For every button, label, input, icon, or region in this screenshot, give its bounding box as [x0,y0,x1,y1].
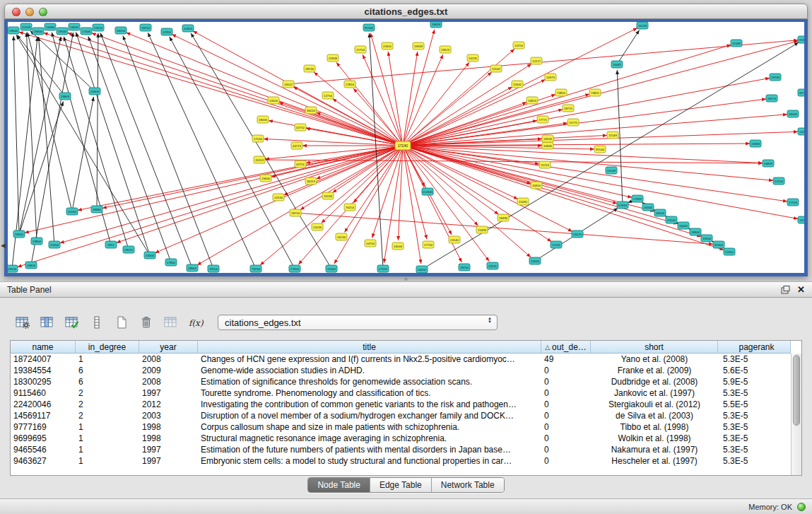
delete-table-icon[interactable] [135,313,157,332]
graph-node[interactable]: 18496 [498,214,509,221]
graph-node[interactable]: 15642 [512,81,523,88]
graph-node[interactable]: 14154 [798,128,804,135]
graph-node[interactable]: 92450 [713,241,724,248]
graph-node[interactable]: 15149 [606,167,617,174]
column-header-year[interactable]: year [139,341,198,354]
graph-node[interactable]: 12754 [322,92,334,99]
graph-node[interactable]: 11548 [731,40,742,47]
graph-node[interactable]: 22608 [327,54,339,62]
graph-node[interactable]: 16074 [572,230,583,238]
graph-node[interactable]: 36113 [305,177,317,185]
graph-node[interactable]: 67919 [617,201,628,209]
graph-node[interactable]: 16444 [678,222,689,229]
graph-node[interactable]: 15775 [567,119,579,126]
graph-node[interactable]: 74850 [555,89,567,96]
graph-node[interactable]: 17554 [377,265,389,272]
graph-node[interactable]: 20603 [89,88,100,95]
graph-node[interactable]: 12254 [513,42,524,49]
graph-node[interactable]: 19644 [8,27,19,34]
graph-node[interactable]: 16139 [637,22,648,29]
import-table-icon[interactable] [160,313,182,332]
graph-node[interactable]: 16235 [467,54,478,62]
graph-node[interactable]: 74851 [589,89,601,96]
graph-node[interactable]: 12534 [273,194,284,201]
graph-node[interactable]: 30014 [305,107,317,114]
graph-node[interactable]: 16774 [798,216,804,223]
column-header-name[interactable]: name [11,341,76,354]
graph-node[interactable]: 10234 [312,223,323,230]
graph-node[interactable]: 19444 [260,175,271,182]
graph-node[interactable]: 17444 [81,28,92,35]
table-row[interactable]: 946362711997Embryonic stem cells: a mode… [11,455,791,467]
graph-node[interactable]: 16484 [45,23,56,30]
tab-node-table[interactable]: Node Table [308,478,370,492]
table-row[interactable]: 1456911722003Disruption of a novel membe… [11,410,791,421]
graph-node[interactable]: 59515 [123,246,134,253]
graph-node[interactable]: 16829 [763,160,774,167]
graph-node[interactable]: 16603 [430,22,442,28]
table-row[interactable]: 946554611997Estimation of the future num… [11,444,791,455]
graph-node[interactable]: 17604 [289,265,300,272]
graph-node[interactable]: 81304 [363,24,375,31]
graph-node[interactable]: 44713 [291,142,302,149]
graph-node[interactable]: 18274 [766,95,777,102]
graph-node[interactable]: 15304 [326,265,337,272]
graph-node[interactable]: 22605 [382,42,393,49]
graph-node[interactable]: 16044 [392,243,404,250]
column-header-title[interactable]: title [198,341,541,354]
graph-node[interactable]: 5951 [105,241,117,248]
graph-node[interactable]: 19803 [59,93,71,100]
graph-node[interactable]: 17103 [787,199,799,206]
graph-node[interactable]: 16194 [322,192,334,199]
graph-node[interactable]: 17771 [537,116,548,123]
graph-node[interactable]: 16487 [611,61,623,68]
graph-node[interactable]: 15644 [529,257,541,264]
graph-node[interactable]: 18754 [290,209,301,216]
select-columns-icon[interactable] [36,313,58,332]
new-table-icon[interactable] [110,313,132,332]
graph-node[interactable]: 42751 [295,160,306,168]
table-row[interactable]: 911546021997Tourette syndrome. Phenomeno… [11,387,791,399]
column-header-short[interactable]: short [591,341,718,354]
graph-node[interactable]: 18534 [542,135,553,142]
network-canvas[interactable]: 1694611216169141549518496154932204017754… [8,22,804,273]
graph-node[interactable]: 16134 [336,233,347,240]
graph-node[interactable]: 16254 [115,27,126,34]
table-selector-dropdown[interactable]: citations_edges.txt ▲▼ [218,315,498,330]
graph-node[interactable]: 12354 [161,28,172,35]
graph-node[interactable]: 22814 [344,81,355,88]
graph-node[interactable]: 15493 [476,226,488,233]
graph-node[interactable]: 18254 [140,24,151,31]
graph-node[interactable]: 20113 [254,156,265,163]
graph-node[interactable]: 18104 [8,265,18,272]
graph-node[interactable]: 16654 [416,266,428,273]
row-height-icon[interactable] [86,313,107,332]
table-row[interactable]: 969969511998Structural magnetic resonanc… [11,433,791,444]
graph-node[interactable]: 16304 [144,252,155,259]
close-panel-icon[interactable]: ✕ [797,284,805,295]
graph-node[interactable]: 16012 [283,81,294,88]
graph-node[interactable]: 16946 [542,142,553,149]
table-check-icon[interactable] [61,313,83,332]
graph-node[interactable]: 17754 [423,241,434,248]
function-builder-icon[interactable]: f(x) [184,313,206,332]
graph-node[interactable]: 18444 [33,28,44,35]
graph-node[interactable]: 17240 [395,141,411,150]
table-row[interactable]: 2242004622012Investigating the contribut… [11,399,791,410]
graph-node[interactable]: 12217 [531,57,542,64]
graph-node[interactable]: 20133 [20,23,32,30]
graph-node[interactable]: 21754 [355,46,366,53]
graph-node[interactable]: 19804 [31,238,42,245]
graph-node[interactable]: 76254 [344,204,355,211]
graph-node[interactable]: 18775 [563,105,574,112]
graph-node[interactable]: 91394 [798,36,804,43]
graph-node[interactable]: 16804 [25,262,37,269]
graph-node[interactable]: 91544 [594,146,606,153]
graph-node[interactable]: 17544 [252,135,264,142]
table-settings-icon[interactable] [11,313,33,332]
graph-node[interactable]: 14754 [365,240,376,247]
graph-node[interactable]: 18980 [91,206,102,213]
graph-node[interactable]: 18754 [459,264,470,271]
scrollbar-thumb[interactable] [793,355,800,426]
graph-node[interactable]: 151845 [422,188,433,195]
